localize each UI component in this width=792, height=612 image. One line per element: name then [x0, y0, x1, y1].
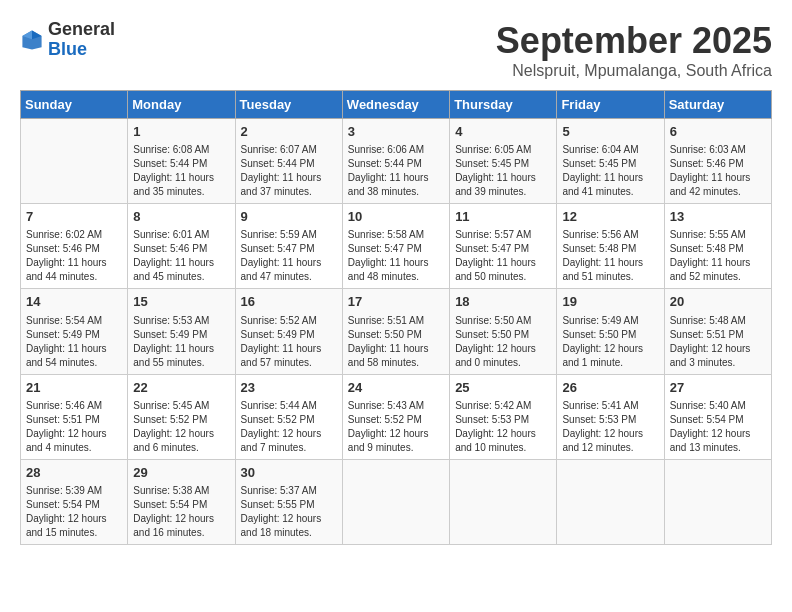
day-number: 9 — [241, 208, 337, 226]
day-number: 4 — [455, 123, 551, 141]
day-info: Sunrise: 5:58 AMSunset: 5:47 PMDaylight:… — [348, 228, 444, 284]
day-number: 25 — [455, 379, 551, 397]
day-info: Sunrise: 5:40 AMSunset: 5:54 PMDaylight:… — [670, 399, 766, 455]
day-number: 8 — [133, 208, 229, 226]
calendar-cell: 22Sunrise: 5:45 AMSunset: 5:52 PMDayligh… — [128, 374, 235, 459]
day-info: Sunrise: 5:59 AMSunset: 5:47 PMDaylight:… — [241, 228, 337, 284]
day-number: 26 — [562, 379, 658, 397]
day-info: Sunrise: 6:03 AMSunset: 5:46 PMDaylight:… — [670, 143, 766, 199]
calendar-cell: 13Sunrise: 5:55 AMSunset: 5:48 PMDayligh… — [664, 204, 771, 289]
day-number: 11 — [455, 208, 551, 226]
calendar-cell: 8Sunrise: 6:01 AMSunset: 5:46 PMDaylight… — [128, 204, 235, 289]
calendar-table: SundayMondayTuesdayWednesdayThursdayFrid… — [20, 90, 772, 545]
calendar-cell: 30Sunrise: 5:37 AMSunset: 5:55 PMDayligh… — [235, 459, 342, 544]
logo-text: General Blue — [48, 20, 115, 60]
week-row-2: 7Sunrise: 6:02 AMSunset: 5:46 PMDaylight… — [21, 204, 772, 289]
calendar-cell: 19Sunrise: 5:49 AMSunset: 5:50 PMDayligh… — [557, 289, 664, 374]
month-title: September 2025 — [496, 20, 772, 62]
day-info: Sunrise: 5:52 AMSunset: 5:49 PMDaylight:… — [241, 314, 337, 370]
calendar-cell: 25Sunrise: 5:42 AMSunset: 5:53 PMDayligh… — [450, 374, 557, 459]
day-info: Sunrise: 5:44 AMSunset: 5:52 PMDaylight:… — [241, 399, 337, 455]
logo: General Blue — [20, 20, 115, 60]
day-info: Sunrise: 6:02 AMSunset: 5:46 PMDaylight:… — [26, 228, 122, 284]
day-info: Sunrise: 5:42 AMSunset: 5:53 PMDaylight:… — [455, 399, 551, 455]
weekday-header-friday: Friday — [557, 91, 664, 119]
calendar-cell: 6Sunrise: 6:03 AMSunset: 5:46 PMDaylight… — [664, 119, 771, 204]
location-subtitle: Nelspruit, Mpumalanga, South Africa — [496, 62, 772, 80]
calendar-cell: 16Sunrise: 5:52 AMSunset: 5:49 PMDayligh… — [235, 289, 342, 374]
day-number: 22 — [133, 379, 229, 397]
calendar-cell — [450, 459, 557, 544]
day-number: 14 — [26, 293, 122, 311]
page-header: General Blue September 2025 Nelspruit, M… — [20, 20, 772, 80]
calendar-cell: 4Sunrise: 6:05 AMSunset: 5:45 PMDaylight… — [450, 119, 557, 204]
day-info: Sunrise: 5:56 AMSunset: 5:48 PMDaylight:… — [562, 228, 658, 284]
day-info: Sunrise: 5:53 AMSunset: 5:49 PMDaylight:… — [133, 314, 229, 370]
calendar-cell — [664, 459, 771, 544]
weekday-header-row: SundayMondayTuesdayWednesdayThursdayFrid… — [21, 91, 772, 119]
calendar-cell: 10Sunrise: 5:58 AMSunset: 5:47 PMDayligh… — [342, 204, 449, 289]
title-block: September 2025 Nelspruit, Mpumalanga, So… — [496, 20, 772, 80]
weekday-header-sunday: Sunday — [21, 91, 128, 119]
day-number: 21 — [26, 379, 122, 397]
day-info: Sunrise: 5:39 AMSunset: 5:54 PMDaylight:… — [26, 484, 122, 540]
logo-icon — [20, 28, 44, 52]
calendar-cell: 20Sunrise: 5:48 AMSunset: 5:51 PMDayligh… — [664, 289, 771, 374]
day-number: 28 — [26, 464, 122, 482]
day-number: 27 — [670, 379, 766, 397]
weekday-header-saturday: Saturday — [664, 91, 771, 119]
week-row-3: 14Sunrise: 5:54 AMSunset: 5:49 PMDayligh… — [21, 289, 772, 374]
day-number: 5 — [562, 123, 658, 141]
day-number: 16 — [241, 293, 337, 311]
calendar-cell: 3Sunrise: 6:06 AMSunset: 5:44 PMDaylight… — [342, 119, 449, 204]
week-row-1: 1Sunrise: 6:08 AMSunset: 5:44 PMDaylight… — [21, 119, 772, 204]
day-info: Sunrise: 5:51 AMSunset: 5:50 PMDaylight:… — [348, 314, 444, 370]
weekday-header-monday: Monday — [128, 91, 235, 119]
calendar-cell: 18Sunrise: 5:50 AMSunset: 5:50 PMDayligh… — [450, 289, 557, 374]
day-number: 19 — [562, 293, 658, 311]
calendar-cell: 11Sunrise: 5:57 AMSunset: 5:47 PMDayligh… — [450, 204, 557, 289]
day-info: Sunrise: 5:37 AMSunset: 5:55 PMDaylight:… — [241, 484, 337, 540]
day-number: 20 — [670, 293, 766, 311]
day-number: 23 — [241, 379, 337, 397]
day-number: 7 — [26, 208, 122, 226]
day-info: Sunrise: 5:54 AMSunset: 5:49 PMDaylight:… — [26, 314, 122, 370]
day-number: 24 — [348, 379, 444, 397]
calendar-cell — [342, 459, 449, 544]
calendar-cell: 29Sunrise: 5:38 AMSunset: 5:54 PMDayligh… — [128, 459, 235, 544]
calendar-cell: 24Sunrise: 5:43 AMSunset: 5:52 PMDayligh… — [342, 374, 449, 459]
logo-blue-text: Blue — [48, 39, 87, 59]
day-number: 10 — [348, 208, 444, 226]
day-number: 2 — [241, 123, 337, 141]
day-number: 29 — [133, 464, 229, 482]
day-info: Sunrise: 5:45 AMSunset: 5:52 PMDaylight:… — [133, 399, 229, 455]
day-number: 3 — [348, 123, 444, 141]
calendar-cell: 27Sunrise: 5:40 AMSunset: 5:54 PMDayligh… — [664, 374, 771, 459]
day-info: Sunrise: 5:48 AMSunset: 5:51 PMDaylight:… — [670, 314, 766, 370]
day-info: Sunrise: 6:05 AMSunset: 5:45 PMDaylight:… — [455, 143, 551, 199]
week-row-5: 28Sunrise: 5:39 AMSunset: 5:54 PMDayligh… — [21, 459, 772, 544]
day-info: Sunrise: 5:43 AMSunset: 5:52 PMDaylight:… — [348, 399, 444, 455]
day-number: 17 — [348, 293, 444, 311]
day-number: 1 — [133, 123, 229, 141]
day-info: Sunrise: 6:07 AMSunset: 5:44 PMDaylight:… — [241, 143, 337, 199]
weekday-header-tuesday: Tuesday — [235, 91, 342, 119]
calendar-cell: 2Sunrise: 6:07 AMSunset: 5:44 PMDaylight… — [235, 119, 342, 204]
week-row-4: 21Sunrise: 5:46 AMSunset: 5:51 PMDayligh… — [21, 374, 772, 459]
weekday-header-wednesday: Wednesday — [342, 91, 449, 119]
day-number: 30 — [241, 464, 337, 482]
day-info: Sunrise: 6:06 AMSunset: 5:44 PMDaylight:… — [348, 143, 444, 199]
weekday-header-thursday: Thursday — [450, 91, 557, 119]
day-number: 12 — [562, 208, 658, 226]
calendar-cell: 21Sunrise: 5:46 AMSunset: 5:51 PMDayligh… — [21, 374, 128, 459]
calendar-cell: 12Sunrise: 5:56 AMSunset: 5:48 PMDayligh… — [557, 204, 664, 289]
calendar-cell: 9Sunrise: 5:59 AMSunset: 5:47 PMDaylight… — [235, 204, 342, 289]
day-number: 15 — [133, 293, 229, 311]
day-info: Sunrise: 6:04 AMSunset: 5:45 PMDaylight:… — [562, 143, 658, 199]
calendar-cell: 23Sunrise: 5:44 AMSunset: 5:52 PMDayligh… — [235, 374, 342, 459]
day-number: 18 — [455, 293, 551, 311]
calendar-cell: 1Sunrise: 6:08 AMSunset: 5:44 PMDaylight… — [128, 119, 235, 204]
logo-general-text: General — [48, 19, 115, 39]
calendar-cell: 15Sunrise: 5:53 AMSunset: 5:49 PMDayligh… — [128, 289, 235, 374]
day-info: Sunrise: 5:46 AMSunset: 5:51 PMDaylight:… — [26, 399, 122, 455]
